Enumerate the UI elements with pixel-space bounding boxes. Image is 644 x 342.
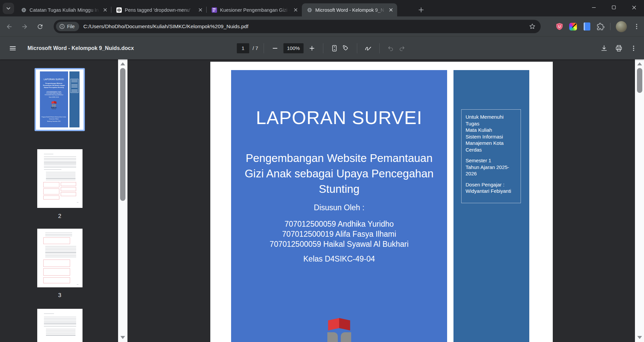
more-options-icon[interactable]: [628, 43, 639, 54]
cover-side-panel: Untuk Memenuhi Tugas Mata Kuliah Sistem …: [453, 70, 529, 342]
mini-cover-footer: Program Studi D4 Sistem Informasi Kota C…: [41, 116, 67, 122]
redo-button[interactable]: [396, 43, 408, 54]
toolbar-separator: [323, 43, 323, 53]
minimize-button[interactable]: [584, 0, 604, 15]
info-lecturer: Dosen Pengajar : Widyantari Febiyanti: [466, 181, 517, 194]
thumbnail-page-3[interactable]: [37, 229, 83, 287]
toolbar-separator: [610, 23, 610, 30]
close-window-button[interactable]: [624, 0, 644, 15]
mini-cover-band: [69, 71, 79, 127]
sidebar-scrollbar[interactable]: [118, 59, 127, 342]
hamburger-icon: [9, 45, 16, 52]
download-button[interactable]: [598, 43, 610, 54]
tab-catatan-tugas[interactable]: Catatan Tugas Kuliah Minggu In: [16, 3, 111, 16]
mini-cover-blue: LAPORAN SURVEI Pengembangan Website Pema…: [40, 71, 68, 127]
tab-kuesioner[interactable]: Kuesioner Pengembangan Gizi -: [207, 3, 302, 16]
print-button[interactable]: [613, 43, 625, 54]
pdf-controls: / 7 100%: [237, 37, 408, 59]
close-tab-icon[interactable]: [387, 6, 394, 14]
globe-icon: [307, 7, 312, 13]
new-tab-button[interactable]: [416, 5, 426, 15]
window-controls: [584, 0, 644, 15]
main-scrollbar[interactable]: [635, 59, 644, 342]
tab-word-pdf[interactable]: Microsoft Word - Kelompok 9_N: [302, 3, 397, 16]
reload-button[interactable]: [34, 21, 46, 32]
close-tab-icon[interactable]: [292, 6, 299, 14]
tab-title: Microsoft Word - Kelompok 9_N: [315, 7, 387, 13]
scroll-down-icon[interactable]: [637, 336, 642, 339]
telkom-logo: [231, 318, 447, 342]
maximize-button[interactable]: [604, 0, 624, 15]
cover-subtitle: Pengembangan Website Pemantauan Gizi Ana…: [242, 151, 436, 197]
codepen-icon: [116, 7, 122, 13]
url-text[interactable]: C:/Users/DhoDho/Documents/Kuliah/SIMKC/K…: [84, 23, 525, 30]
svg-text:U: U: [558, 24, 561, 28]
rotate-button[interactable]: [340, 43, 352, 54]
page-count-label: / 7: [253, 45, 258, 51]
cover-info-box: Untuk Memenuhi Tugas Mata Kuliah Sistem …: [461, 109, 521, 203]
omnibox[interactable]: File C:/Users/DhoDho/Documents/Kuliah/SI…: [54, 20, 541, 33]
tab-codepen[interactable]: Pens tagged 'dropdown-menu': [111, 3, 207, 16]
member-line: 707012500059 Haikal Syawal Al Bukhari: [231, 239, 447, 249]
cover-title: LAPORAN SURVEI: [231, 107, 447, 128]
member-line: 707012500019 Alifa Fasya Ilhami: [231, 229, 447, 239]
close-tab-icon[interactable]: [197, 6, 204, 14]
toolbar-separator: [357, 43, 357, 53]
zoom-in-button[interactable]: [306, 43, 318, 54]
extensions-puzzle-icon[interactable]: [596, 22, 605, 31]
sidebar-scrollbar-thumb[interactable]: [120, 68, 125, 201]
info-icon: [59, 24, 65, 29]
menu-button[interactable]: [6, 42, 19, 55]
zoom-level-field[interactable]: 100%: [283, 43, 304, 53]
tab-title: Pens tagged 'dropdown-menu': [125, 7, 197, 13]
tab-title: Kuesioner Pengembangan Gizi -: [220, 7, 292, 13]
plus-icon: [419, 7, 424, 12]
pdf-viewer: LAPORAN SURVEI Pengembangan Website Pema…: [0, 59, 644, 342]
notes-extension-icon[interactable]: [583, 22, 591, 31]
telkom-book-icon: [326, 318, 353, 331]
mini-telkom-logo: Telkom University: [40, 101, 68, 110]
scroll-up-icon[interactable]: [637, 62, 642, 65]
bookmark-star-icon[interactable]: [529, 23, 536, 30]
thumbnail-page-1[interactable]: LAPORAN SURVEI Pengembangan Website Pema…: [35, 68, 85, 131]
main-scrollbar-thumb[interactable]: [637, 68, 642, 93]
ublock-extension-icon[interactable]: U: [555, 22, 564, 31]
cover-class-line: Kelas D4SIKC-49-04: [231, 254, 447, 264]
info-course: Untuk Memenuhi Tugas Mata Kuliah Sistem …: [466, 114, 517, 153]
chip-label: File: [67, 24, 75, 29]
zoom-out-button[interactable]: [269, 43, 281, 54]
undo-button[interactable]: [385, 43, 396, 54]
pdf-toolbar: Microsoft Word - Kelompok 9_Nuids.docx /…: [0, 37, 644, 59]
tab-search-button[interactable]: [3, 3, 14, 14]
mini-cover-title: LAPORAN SURVEI: [40, 78, 68, 80]
tabs: Catatan Tugas Kuliah Minggu In Pens tagg…: [16, 3, 397, 16]
thumbnail-page-1-preview: LAPORAN SURVEI Pengembangan Website Pema…: [37, 70, 83, 129]
thumbnail-page-2[interactable]: [37, 149, 83, 208]
scroll-down-icon[interactable]: [120, 336, 125, 339]
tab-strip: Catatan Tugas Kuliah Minggu In Pens tagg…: [0, 0, 644, 16]
cover-main-panel: LAPORAN SURVEI Pengembangan Website Pema…: [231, 70, 447, 342]
close-tab-icon[interactable]: [101, 6, 109, 14]
scroll-up-icon[interactable]: [120, 62, 125, 65]
forward-button[interactable]: [19, 21, 30, 32]
fit-page-button[interactable]: [329, 43, 340, 54]
address-bar: File C:/Users/DhoDho/Documents/Kuliah/SI…: [0, 16, 644, 37]
file-scheme-chip[interactable]: File: [56, 22, 79, 31]
thumbnail-label-2: 2: [35, 213, 85, 220]
color-picker-extension-icon[interactable]: [569, 22, 577, 31]
thumbnail-page-4[interactable]: [37, 309, 83, 342]
cover-members: 707012500059 Andhika Yuridho 70701250001…: [231, 219, 447, 249]
info-semester: Semester 1 Tahun Ajaran 2025-2026: [466, 157, 517, 177]
google-forms-icon: [211, 7, 217, 13]
cover-byline: Disusun Oleh :: [231, 203, 447, 212]
member-line: 707012500059 Andhika Yuridho: [231, 219, 447, 229]
page-number-input[interactable]: [237, 43, 249, 53]
pdf-page-1: LAPORAN SURVEI Pengembangan Website Pema…: [210, 62, 553, 342]
chrome-menu-icon[interactable]: [632, 22, 641, 31]
annotate-draw-button[interactable]: [363, 43, 374, 54]
chevron-down-icon: [6, 6, 11, 11]
page-view: LAPORAN SURVEI Pengembangan Website Pema…: [127, 59, 644, 342]
back-button[interactable]: [3, 21, 15, 32]
thumbnail-label-3: 3: [35, 292, 85, 299]
profile-avatar[interactable]: [616, 21, 627, 32]
